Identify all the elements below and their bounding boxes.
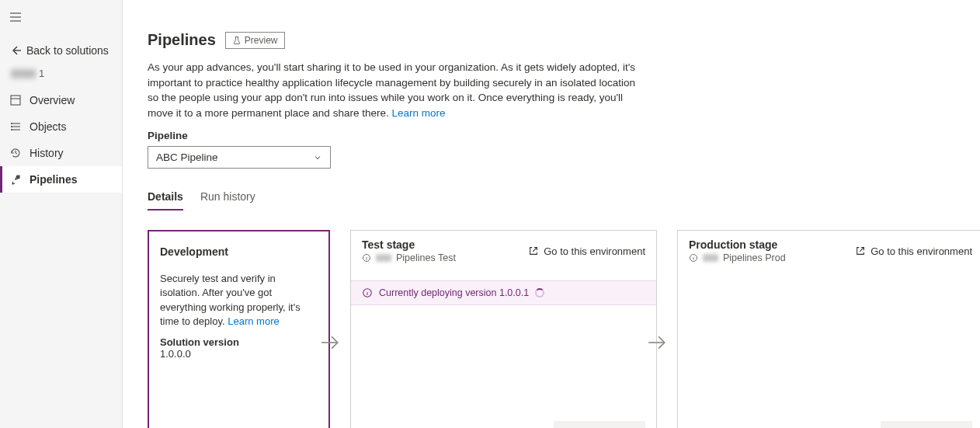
hamburger-button[interactable] [0, 8, 122, 29]
menu-icon [9, 11, 22, 23]
dev-title: Development [160, 245, 318, 258]
go-link-label: Go to this environment [544, 245, 645, 257]
open-icon [855, 245, 866, 256]
info-icon [362, 287, 373, 298]
spinner-icon [535, 288, 544, 298]
overview-icon [9, 94, 22, 106]
prod-env-name: Pipelines Prod [723, 252, 786, 263]
info-icon [689, 253, 698, 263]
arrow-right-icon [647, 332, 667, 353]
stage-card-test: Test stage Pipelines Test Go to this env… [350, 230, 657, 428]
main-content: Pipelines Preview As your app advances, … [123, 0, 980, 428]
info-icon [362, 253, 371, 263]
redacted-text [376, 254, 391, 262]
nav-item-overview[interactable]: Overview [0, 87, 122, 113]
deploying-text: Currently deploying version 1.0.0.1 [379, 287, 529, 298]
solution-suffix: 1 [39, 68, 44, 79]
svg-line-28 [860, 248, 864, 252]
svg-line-13 [16, 153, 17, 154]
pipeline-field-label: Pipeline [148, 130, 980, 141]
svg-line-20 [533, 248, 537, 252]
svg-point-11 [12, 130, 12, 130]
dev-text: Securely test and verify in isolation. A… [160, 272, 318, 329]
redacted-text [703, 254, 718, 262]
stage-card-development: Development Securely test and verify in … [148, 230, 330, 428]
nav-item-pipelines[interactable]: Pipelines [0, 166, 122, 193]
nav-label: Overview [30, 94, 75, 106]
nav-label: Objects [30, 120, 66, 133]
preview-label: Preview [245, 35, 278, 46]
prod-env-row: Pipelines Prod [689, 252, 786, 263]
stage-card-production: Production stage Pipelines Prod Go to th… [677, 230, 980, 428]
stages-row: Development Securely test and verify in … [148, 230, 980, 428]
nav-item-history[interactable]: History [0, 140, 122, 166]
sidebar: Back to solutions 1 Overview Objects His… [0, 0, 123, 428]
deploy-here-button-test: Deploy here [554, 421, 645, 428]
deploying-banner: Currently deploying version 1.0.0.1 [351, 280, 656, 305]
tabs: Details Run history [148, 190, 980, 211]
history-icon [9, 147, 22, 159]
back-label: Back to solutions [26, 44, 109, 57]
dev-learn-more-link[interactable]: Learn more [228, 315, 279, 327]
nav-label: Pipelines [30, 173, 77, 186]
dropdown-value: ABC Pipeline [156, 151, 218, 163]
svg-rect-4 [11, 96, 20, 105]
tab-details[interactable]: Details [148, 190, 183, 211]
preview-badge: Preview [225, 32, 285, 49]
go-to-environment-prod[interactable]: Go to this environment [855, 238, 972, 263]
arrow-left-icon [9, 44, 22, 57]
nav-label: History [30, 147, 64, 159]
svg-point-9 [12, 124, 12, 124]
arrow-right-icon [320, 332, 340, 353]
deploy-here-button-prod: Deploy here [881, 421, 972, 428]
svg-point-10 [12, 127, 12, 127]
nav: Overview Objects History Pipelines [0, 87, 122, 193]
intro-text: As your app advances, you'll start shari… [148, 60, 645, 120]
solution-version-label: Solution version [160, 336, 318, 348]
flask-icon [232, 36, 242, 45]
rocket-icon [9, 173, 22, 186]
go-to-environment-test[interactable]: Go to this environment [528, 238, 645, 263]
go-link-label: Go to this environment [871, 245, 972, 257]
svg-point-14 [17, 176, 19, 178]
test-title: Test stage [362, 238, 456, 251]
pipeline-dropdown[interactable]: ABC Pipeline [148, 146, 331, 169]
redacted-text [11, 69, 36, 78]
solution-name: 1 [0, 63, 122, 87]
title-row: Pipelines Preview [148, 31, 980, 49]
solution-version-value: 1.0.0.0 [160, 348, 318, 360]
nav-item-objects[interactable]: Objects [0, 113, 122, 140]
prod-title: Production stage [689, 238, 786, 251]
learn-more-link[interactable]: Learn more [391, 107, 445, 119]
open-icon [528, 245, 539, 256]
back-to-solutions[interactable]: Back to solutions [0, 38, 122, 63]
page-title: Pipelines [148, 31, 216, 49]
chevron-down-icon [313, 153, 322, 162]
test-env-name: Pipelines Test [396, 252, 456, 263]
test-env-row: Pipelines Test [362, 252, 456, 263]
objects-icon [9, 120, 22, 133]
tab-run-history[interactable]: Run history [200, 190, 255, 211]
